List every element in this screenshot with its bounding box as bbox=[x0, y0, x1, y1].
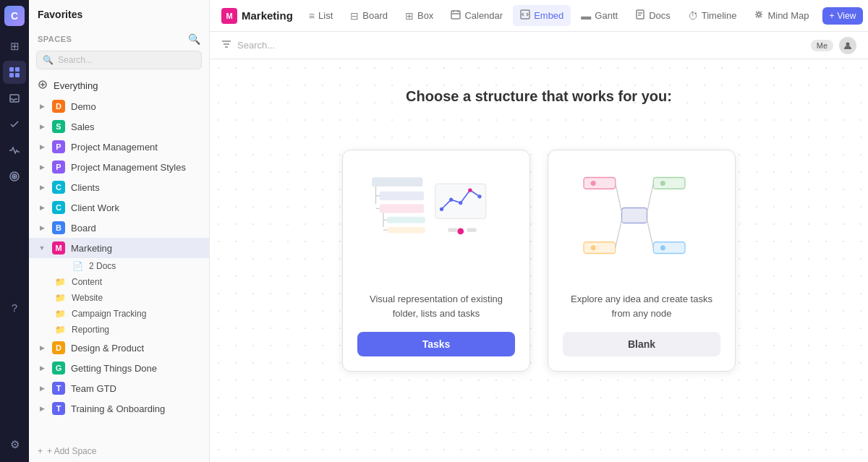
spaces-icon[interactable] bbox=[3, 61, 26, 84]
tab-mind-map[interactable]: Mind Map bbox=[746, 5, 816, 26]
goals-icon[interactable] bbox=[3, 165, 26, 188]
tab-list-label: List bbox=[318, 10, 333, 21]
main-content: M Marketing ≡ List ⊟ Board ⊞ Box Calenda… bbox=[210, 0, 868, 462]
add-space-label: + Add Space bbox=[47, 446, 96, 456]
svg-rect-40 bbox=[584, 242, 616, 254]
plus-icon: + bbox=[38, 446, 43, 456]
tasks-button[interactable]: Tasks bbox=[357, 332, 515, 356]
blank-button[interactable]: Blank bbox=[563, 332, 720, 356]
pulse-icon[interactable] bbox=[3, 139, 26, 162]
help-icon[interactable]: ? bbox=[3, 296, 26, 320]
svg-rect-17 bbox=[372, 178, 422, 187]
svg-rect-2 bbox=[9, 73, 14, 77]
person-filter-icon bbox=[843, 41, 852, 50]
chevron-right-icon: ▶ bbox=[38, 364, 46, 372]
svg-point-29 bbox=[440, 208, 443, 211]
settings-icon2[interactable]: ⚙ bbox=[3, 433, 26, 456]
sidebar-item-demo[interactable]: ▶ D Demo bbox=[29, 96, 209, 116]
everything-item[interactable]: Everything bbox=[29, 75, 209, 96]
everything-label: Everything bbox=[54, 80, 98, 91]
tab-embed[interactable]: Embed bbox=[513, 5, 571, 26]
sidebar-sub-item-content[interactable]: 📁 Content bbox=[29, 274, 209, 290]
sidebar-search[interactable]: 🔍 Search... bbox=[36, 51, 202, 69]
filter-icon[interactable] bbox=[221, 39, 231, 51]
svg-rect-1 bbox=[15, 67, 20, 72]
tasks-card: Visual representation of existing folder… bbox=[342, 150, 530, 372]
svg-point-48 bbox=[591, 245, 596, 250]
pm-styles-label: Project Management Styles bbox=[71, 162, 186, 173]
tab-gantt[interactable]: ▬ Gantt bbox=[574, 6, 625, 26]
list-icon: ≡ bbox=[309, 10, 315, 22]
chevron-right-icon: ▶ bbox=[38, 404, 46, 413]
website-label: Website bbox=[72, 293, 103, 303]
sidebar-header: Favorites bbox=[29, 0, 209, 26]
svg-rect-35 bbox=[448, 228, 457, 232]
svg-point-12 bbox=[757, 13, 760, 16]
svg-point-15 bbox=[846, 42, 850, 46]
sidebar-item-marketing[interactable]: ▼ M Marketing bbox=[29, 238, 209, 258]
sidebar-sub-item-reporting[interactable]: 📁 Reporting bbox=[29, 322, 209, 338]
sidebar-item-clients[interactable]: ▶ C Clients bbox=[29, 177, 209, 197]
gtd-space-icon: G bbox=[52, 362, 65, 375]
tab-docs[interactable]: Docs bbox=[628, 5, 678, 26]
tab-timeline[interactable]: ⏱ Timeline bbox=[681, 6, 744, 26]
tab-gantt-label: Gantt bbox=[595, 10, 618, 21]
gantt-icon: ▬ bbox=[581, 10, 591, 22]
sidebar-sub-item-campaign-tracking[interactable]: 📁 Campaign Tracking bbox=[29, 306, 209, 322]
calendar-icon bbox=[451, 9, 461, 22]
folder-icon: 📁 bbox=[55, 309, 66, 319]
tab-calendar[interactable]: Calendar bbox=[443, 5, 510, 26]
svg-rect-38 bbox=[584, 178, 616, 189]
sidebar-item-client-work[interactable]: ▶ C Client Work bbox=[29, 197, 209, 218]
icon-rail: C ⊞ ? ⚙ bbox=[0, 0, 29, 462]
inbox-icon[interactable] bbox=[3, 87, 26, 110]
training-label: Training & Onboarding bbox=[71, 403, 165, 414]
sidebar-item-design-product[interactable]: ▶ D Design & Product bbox=[29, 338, 209, 358]
view-button[interactable]: + View bbox=[822, 7, 864, 25]
sidebar-sub-item-docs[interactable]: 📄 2 Docs bbox=[29, 258, 209, 274]
pm-label: Project Management bbox=[71, 142, 158, 153]
svg-rect-4 bbox=[10, 95, 19, 102]
svg-rect-9 bbox=[451, 11, 460, 19]
filter-search: Search... bbox=[237, 40, 805, 51]
tab-board[interactable]: ⊟ Board bbox=[343, 6, 395, 26]
filter-person-icon[interactable] bbox=[839, 37, 856, 54]
sidebar-item-getting-things-done[interactable]: ▶ G Getting Things Done bbox=[29, 358, 209, 378]
sidebar-item-training-onboarding[interactable]: ▶ T Training & Onboarding bbox=[29, 398, 209, 419]
sidebar-item-project-management[interactable]: ▶ P Project Management bbox=[29, 137, 209, 157]
docs-label: 2 Docs bbox=[89, 261, 116, 271]
svg-line-42 bbox=[616, 183, 622, 212]
tab-box[interactable]: ⊞ Box bbox=[398, 6, 441, 26]
spaces-header: Spaces 🔍 bbox=[29, 26, 209, 48]
add-space-button[interactable]: + + Add Space bbox=[29, 440, 209, 462]
chevron-right-icon: ▶ bbox=[38, 163, 46, 171]
check-tasks-icon[interactable] bbox=[3, 113, 26, 136]
top-bar: M Marketing ≡ List ⊟ Board ⊞ Box Calenda… bbox=[210, 0, 868, 32]
svg-rect-39 bbox=[653, 178, 685, 189]
tab-calendar-label: Calendar bbox=[464, 10, 503, 21]
sidebar-item-project-management-styles[interactable]: ▶ P Project Management Styles bbox=[29, 157, 209, 177]
svg-rect-37 bbox=[622, 208, 647, 223]
folder-icon: 📁 bbox=[55, 293, 66, 303]
me-badge[interactable]: Me bbox=[811, 40, 833, 51]
sidebar-sub-item-website[interactable]: 📁 Website bbox=[29, 290, 209, 306]
app-logo[interactable]: C bbox=[4, 6, 25, 26]
search-spaces-icon[interactable]: 🔍 bbox=[188, 33, 201, 45]
tab-list[interactable]: ≡ List bbox=[302, 6, 340, 26]
svg-point-31 bbox=[459, 201, 462, 205]
sidebar-item-team-gtd[interactable]: ▶ T Team GTD bbox=[29, 378, 209, 398]
sidebar-item-sales[interactable]: ▶ S Sales bbox=[29, 116, 209, 137]
folder-icon: 📁 bbox=[55, 325, 66, 335]
blank-card: Explore any idea and create tasks from a… bbox=[548, 150, 736, 372]
team-gtd-label: Team GTD bbox=[71, 383, 116, 394]
blank-illustration bbox=[569, 165, 714, 281]
plus-icon: + bbox=[830, 11, 835, 21]
sidebar-item-board[interactable]: ▶ B Board bbox=[29, 218, 209, 238]
home-icon[interactable]: ⊞ bbox=[3, 35, 26, 58]
pm-styles-space-icon: P bbox=[52, 161, 65, 174]
svg-rect-19 bbox=[380, 204, 424, 213]
space-title: M Marketing bbox=[221, 8, 293, 24]
chevron-right-icon: ▶ bbox=[38, 384, 46, 393]
tab-board-label: Board bbox=[362, 10, 388, 21]
content-label: Content bbox=[72, 277, 102, 287]
